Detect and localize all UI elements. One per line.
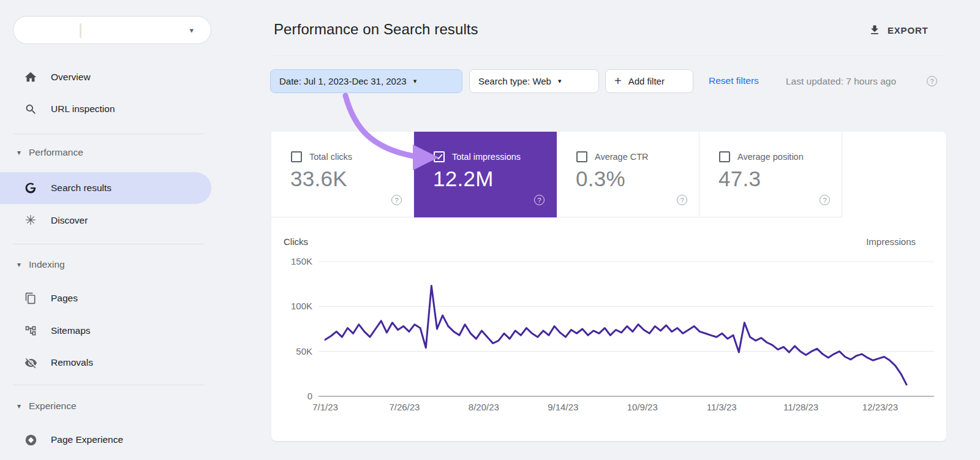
home-icon (23, 70, 38, 85)
chevron-down-icon: ▾ (189, 26, 194, 34)
sidebar-item-label: Page Experience (51, 434, 123, 445)
x-axis-tick-label: 11/3/23 (707, 402, 737, 412)
metric-value: 33.6K (290, 167, 347, 191)
pages-icon (23, 291, 38, 306)
sidebar-section-performance[interactable]: ▾ Performance (0, 145, 211, 160)
metric-card-average-position[interactable]: Average position 47.3 ? (699, 132, 842, 217)
metric-card-total-impressions[interactable]: Total impressions 12.2M ? (414, 132, 557, 217)
chevron-down-icon: ▾ (17, 260, 21, 269)
sidebar-item-overview[interactable]: Overview (0, 62, 211, 92)
x-axis-tick-label: 9/14/23 (548, 402, 578, 412)
discover-asterisk-icon: ✳ (23, 213, 38, 228)
sidebar-item-label: Pages (51, 293, 78, 304)
sidebar-item-pages[interactable]: Pages (0, 284, 211, 313)
sidebar-item-search-results[interactable]: Search results (0, 172, 211, 204)
search-type-label: Search type: Web (478, 76, 551, 86)
date-filter-label: Date: Jul 1, 2023-Dec 31, 2023 (279, 76, 407, 86)
section-label: Indexing (29, 259, 65, 270)
checkbox-unchecked-icon[interactable] (576, 151, 587, 162)
sidebar-section-experience[interactable]: ▾ Experience (0, 398, 211, 414)
metric-label: Total clicks (309, 152, 352, 162)
search-icon (23, 102, 38, 116)
y-axis-tick-label: 50K (296, 346, 312, 356)
add-filter-button[interactable]: + Add filter (605, 69, 693, 93)
chevron-down-icon: ▾ (558, 78, 562, 85)
x-axis-tick-label: 12/23/23 (862, 402, 898, 412)
left-axis-label: Clicks (284, 236, 308, 247)
y-axis-tick-label: 150K (291, 256, 312, 266)
sidebar-item-sitemaps[interactable]: Sitemaps (0, 316, 211, 345)
y-axis-tick-label: 100K (291, 301, 312, 311)
google-g-icon (23, 181, 38, 195)
sidebar-item-discover[interactable]: ✳ Discover (0, 206, 211, 235)
divider (13, 385, 204, 385)
metric-label: Average position (737, 152, 804, 162)
eye-off-icon (23, 355, 38, 370)
divider (13, 244, 204, 244)
export-button[interactable]: EXPORT (869, 22, 928, 38)
page-title: Performance on Search results (274, 21, 478, 38)
google-search-console-screen: { "icons": { "caret_down": "▾", "plus": … (0, 0, 980, 460)
sidebar-item-label: Removals (51, 357, 93, 368)
metric-value: 0.3% (576, 167, 625, 191)
help-icon[interactable]: ? (534, 195, 545, 205)
sidebar-item-removals[interactable]: Removals (0, 348, 211, 377)
sitemaps-tree-icon (23, 323, 38, 338)
sidebar-item-label: Overview (51, 72, 91, 83)
performance-chart: ClicksImpressions150K100K50K07/1/237/26/… (276, 232, 943, 423)
property-selector-dropdown[interactable]: ▾ (13, 16, 211, 44)
sidebar-item-label: Search results (51, 183, 111, 194)
x-axis-tick-label: 10/9/23 (627, 402, 658, 412)
checkbox-unchecked-icon[interactable] (291, 151, 302, 162)
sidebar-item-label: Discover (51, 215, 88, 226)
sidebar-item-page-experience[interactable]: Page Experience (0, 425, 211, 454)
search-type-filter-chip[interactable]: Search type: Web ▾ (469, 69, 599, 93)
chevron-down-icon: ▾ (17, 148, 21, 157)
section-label: Performance (29, 147, 83, 158)
x-axis-tick-label: 8/20/23 (469, 402, 499, 412)
chevron-down-icon: ▾ (413, 78, 417, 85)
x-axis-tick-label: 11/28/23 (783, 402, 818, 412)
blurred-property-name (80, 23, 81, 38)
x-axis-tick-label: 7/26/23 (389, 402, 420, 412)
sidebar-item-url-inspection[interactable]: URL inspection (0, 94, 211, 124)
export-label: EXPORT (888, 25, 928, 36)
y-axis-tick-label: 0 (307, 391, 312, 401)
metric-label: Total impressions (452, 152, 521, 162)
plus-icon: + (614, 74, 622, 88)
divider (271, 55, 946, 56)
sidebar-item-label: Sitemaps (51, 325, 91, 336)
section-label: Experience (29, 401, 77, 412)
sidebar-section-indexing[interactable]: ▾ Indexing (0, 257, 211, 273)
last-updated-text: Last updated: 7 hours ago (786, 76, 896, 87)
x-axis-tick-label: 7/1/23 (312, 402, 338, 412)
download-icon (869, 24, 881, 36)
checkbox-unchecked-icon[interactable] (719, 151, 730, 162)
metric-card-average-ctr[interactable]: Average CTR 0.3% ? (557, 132, 699, 217)
help-icon[interactable]: ? (820, 195, 830, 205)
metric-card-total-clicks[interactable]: Total clicks 33.6K ? (271, 132, 414, 217)
impressions-line (325, 286, 907, 385)
reset-filters-link[interactable]: Reset filters (709, 75, 759, 86)
help-icon[interactable]: ? (927, 76, 937, 86)
help-icon[interactable]: ? (391, 195, 402, 205)
page-experience-icon (23, 432, 38, 447)
checkbox-checked-icon[interactable] (434, 151, 445, 162)
metric-value: 47.3 (718, 167, 761, 191)
sidebar-item-label: URL inspection (51, 104, 115, 115)
divider (13, 134, 204, 134)
help-icon[interactable]: ? (677, 195, 687, 205)
metric-value: 12.2M (433, 167, 494, 191)
add-filter-label: Add filter (628, 76, 665, 86)
right-axis-label: Impressions (866, 236, 916, 247)
chevron-down-icon: ▾ (17, 402, 21, 410)
metric-label: Average CTR (595, 152, 649, 162)
date-filter-chip[interactable]: Date: Jul 1, 2023-Dec 31, 2023 ▾ (270, 69, 462, 93)
